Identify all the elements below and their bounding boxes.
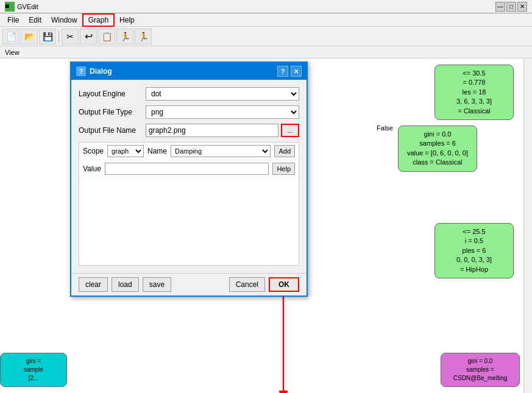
dialog-close-btn[interactable]: ✕ (291, 66, 302, 77)
value-input[interactable] (105, 163, 269, 175)
view-label: View (5, 49, 20, 56)
graph-node-bottom-right: gini = 0.0samples =CSDN@Be_melting (441, 353, 520, 387)
layout-engine-row: Layout Engine dot neato fdp (79, 87, 299, 101)
title-controls: — □ ✕ (495, 2, 527, 12)
dialog-icon: ? (76, 66, 86, 76)
new-button[interactable]: 📄 (2, 29, 20, 44)
graph-node-bottom-left: gini =sample[2... (0, 353, 67, 387)
view-bar: View (0, 46, 532, 58)
menu-file[interactable]: File (2, 15, 24, 26)
load-button[interactable]: load (112, 277, 139, 292)
graph-node-bottom-mid: <= 25.5i = 0.5ples = 60, 0, 0, 3, 3]= Hi… (434, 223, 514, 278)
maximize-button[interactable]: □ (506, 2, 516, 12)
browse-button[interactable]: ... (281, 124, 299, 137)
graph-node-top-right: <= 30.5= 0.778les = 183, 6, 3, 3, 3]= Cl… (434, 65, 514, 120)
separator-1 (59, 30, 59, 43)
output-file-type-label: Output File Type (79, 108, 146, 116)
run-button[interactable]: 🏃 (116, 29, 133, 44)
ok-button[interactable]: OK (269, 277, 299, 292)
cut-button[interactable]: ✂ (62, 29, 79, 44)
dialog-title-controls: ? ✕ (277, 66, 302, 77)
menu-graph[interactable]: Graph (82, 13, 115, 27)
dialog-title-text: Dialog (90, 67, 277, 76)
dialog-title-bar: ? Dialog ? ✕ (71, 63, 307, 80)
app-icon: ■ (5, 2, 15, 12)
menu-edit[interactable]: Edit (24, 15, 46, 26)
attributes-section: Scope graph node edge Name Damping Add V… (79, 142, 299, 266)
menu-window[interactable]: Window (46, 15, 82, 26)
minimize-button[interactable]: — (495, 2, 505, 12)
clear-button[interactable]: clear (79, 277, 108, 292)
name-select[interactable]: Damping (171, 145, 271, 157)
open-button[interactable]: 📂 (21, 29, 38, 44)
layout-engine-select[interactable]: dot neato fdp (146, 87, 299, 101)
dialog: ? Dialog ? ✕ Layout Engine dot neato fdp… (70, 62, 308, 297)
scrollbar[interactable] (523, 58, 532, 393)
name-label: Name (147, 147, 167, 155)
graph-node-false: gini = 0.0samples = 6value = [0, 6, 0, 0… (398, 126, 477, 172)
undo-button[interactable]: ↩ (80, 29, 97, 44)
output-file-name-input[interactable] (146, 124, 278, 137)
output-file-name-label: Output File Name (79, 126, 146, 135)
dialog-help-btn[interactable]: ? (277, 66, 288, 77)
close-button[interactable]: ✕ (517, 2, 527, 12)
value-row: Value Help (79, 160, 299, 178)
attr-text-area[interactable] (79, 178, 299, 263)
title-bar: ■ GVEdit — □ ✕ (0, 0, 532, 13)
output-file-name-row: Output File Name ... (79, 124, 299, 137)
scope-name-row: Scope graph node edge Name Damping Add (79, 143, 299, 160)
false-label: False (377, 124, 393, 132)
dialog-footer: clear load save Cancel OK (71, 273, 307, 296)
toolbar: 📄 📂 💾 ✂ ↩ 📋 🏃 🏃 (0, 27, 532, 46)
menu-bar: File Edit Window Graph Help (0, 13, 532, 27)
main-area: <= 30.5= 0.778les = 183, 6, 3, 3, 3]= Cl… (0, 58, 532, 393)
cancel-button[interactable]: Cancel (229, 277, 265, 292)
output-file-type-select[interactable]: png svg pdf (146, 105, 299, 119)
scope-label: Scope (83, 147, 104, 155)
scope-select[interactable]: graph node edge (107, 145, 144, 157)
dialog-body: Layout Engine dot neato fdp Output File … (71, 80, 307, 273)
app-title: GVEdit (17, 3, 495, 10)
run2-button[interactable]: 🏃 (135, 29, 152, 44)
help-button[interactable]: Help (272, 163, 295, 175)
save-button[interactable]: 💾 (39, 29, 56, 44)
value-label: Value (83, 165, 101, 173)
save-footer-button[interactable]: save (143, 277, 171, 292)
output-file-type-row: Output File Type png svg pdf (79, 105, 299, 119)
menu-help[interactable]: Help (115, 15, 140, 26)
paste-button[interactable]: 📋 (98, 29, 115, 44)
layout-engine-label: Layout Engine (79, 90, 146, 98)
add-button[interactable]: Add (274, 145, 295, 157)
